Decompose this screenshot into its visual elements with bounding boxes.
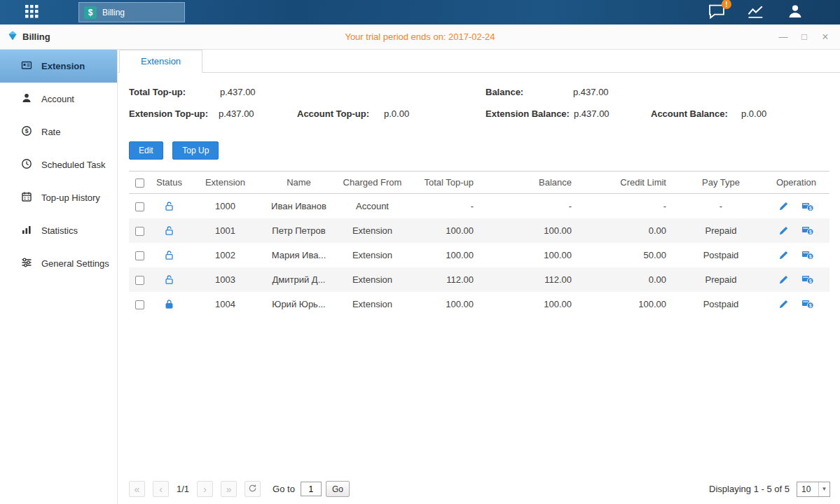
topbar-billing-tab[interactable]: $ Billing	[78, 2, 185, 22]
cell-operation: $	[763, 218, 829, 243]
cell-name: Петр Петров	[262, 218, 336, 243]
table-row: 1000Иван ИвановAccount----$	[129, 194, 829, 218]
svg-text:$: $	[809, 279, 812, 284]
cell-credit-limit: 100.00	[584, 292, 679, 316]
next-page-button[interactable]: ›	[197, 481, 213, 497]
sidebar-item-label: Account	[41, 94, 74, 104]
settings-sliders-icon	[21, 257, 32, 270]
sidebar-item-scheduled-task[interactable]: Scheduled Task	[0, 148, 117, 181]
cell-pay-type: Prepaid	[679, 267, 763, 292]
main-content: Extension Total Top-up: p.437.00 Balance…	[118, 50, 840, 504]
row-checkbox[interactable]	[135, 227, 144, 236]
cell-total-topup: -	[409, 194, 486, 218]
sidebar-item-account[interactable]: Account	[0, 83, 117, 115]
topbar: $ Billing !	[0, 0, 840, 24]
row-checkbox[interactable]	[135, 276, 144, 285]
clock-icon	[21, 158, 32, 172]
header-status: Status	[150, 172, 188, 194]
topup-icon[interactable]: $	[801, 225, 814, 237]
extension-table-body: 1000Иван ИвановAccount----$1001Петр Петр…	[129, 194, 829, 316]
svg-text:$: $	[809, 230, 812, 235]
topup-icon[interactable]: $	[801, 298, 814, 310]
edit-icon[interactable]	[778, 274, 789, 285]
first-page-button[interactable]: «	[129, 481, 145, 497]
rate-dollar-icon: $	[21, 125, 32, 139]
extension-card-icon	[21, 59, 32, 73]
sidebar-item-extension[interactable]: Extension	[0, 50, 117, 83]
statistics-monitor-button[interactable]	[747, 4, 766, 21]
cell-extension: 1003	[188, 267, 262, 292]
row-checkbox[interactable]	[135, 251, 144, 260]
cell-charged-from: Extension	[336, 243, 409, 267]
tab-extension[interactable]: Extension	[119, 50, 202, 73]
row-checkbox[interactable]	[135, 202, 144, 211]
alert-badge: !	[722, 0, 731, 9]
select-all-checkbox[interactable]	[135, 178, 144, 188]
cell-extension: 1000	[188, 194, 262, 218]
prev-page-button[interactable]: ‹	[153, 481, 169, 497]
edit-icon[interactable]	[778, 298, 789, 309]
edit-icon[interactable]	[778, 225, 789, 236]
extension-topup-label: Extension Top-up:	[129, 108, 208, 119]
cell-name: Мария Ива...	[262, 243, 336, 267]
sidebar-item-label: Extension	[41, 61, 85, 71]
sidebar-item-label: Scheduled Task	[41, 160, 106, 170]
cell-credit-limit: 0.00	[584, 267, 679, 292]
svg-text:$: $	[809, 303, 812, 309]
goto-page-input[interactable]	[301, 482, 322, 496]
maximize-icon[interactable]: □	[799, 31, 809, 42]
cell-name: Юрий Юрь...	[262, 292, 336, 316]
cell-operation: $	[763, 267, 829, 292]
total-topup-label: Total Top-up:	[129, 87, 186, 97]
apps-grid-button[interactable]	[25, 5, 39, 20]
cell-balance: 100.00	[486, 243, 584, 267]
window-title: Billing	[22, 31, 50, 42]
header-charged-from: Charged From	[336, 172, 409, 194]
apps-grid-icon	[25, 5, 39, 20]
svg-text:$: $	[25, 127, 29, 134]
page-size-select[interactable]: 10 ▼	[797, 482, 830, 497]
sidebar-item-label: Statistics	[41, 225, 78, 236]
go-button[interactable]: Go	[326, 481, 350, 497]
calendar-history-icon	[21, 191, 32, 204]
minimize-icon[interactable]: —	[778, 31, 788, 42]
close-icon[interactable]: ×	[820, 31, 830, 43]
unlock-icon	[164, 225, 174, 235]
row-checkbox[interactable]	[135, 300, 144, 309]
table-header-row: Status Extension Name Charged From Total…	[129, 172, 829, 194]
edit-button[interactable]: Edit	[129, 141, 163, 160]
topup-icon[interactable]: $	[801, 249, 814, 261]
cell-charged-from: Extension	[336, 267, 409, 292]
window-titlebar: Billing Your trial period ends on: 2017-…	[0, 24, 840, 50]
user-account-button[interactable]	[787, 4, 804, 21]
page-indicator: 1/1	[177, 484, 189, 494]
cell-credit-limit: 50.00	[584, 243, 679, 267]
refresh-button[interactable]	[245, 481, 261, 497]
header-balance: Balance	[486, 172, 584, 194]
cell-credit-limit: 0.00	[584, 218, 679, 243]
extension-table: Status Extension Name Charged From Total…	[129, 171, 829, 316]
sidebar-item-statistics[interactable]: Statistics	[0, 214, 117, 247]
cell-extension: 1004	[188, 292, 262, 316]
account-person-icon	[21, 92, 32, 106]
sidebar-item-general-settings[interactable]: General Settings	[0, 247, 117, 280]
table-row: 1002Мария Ива...Extension100.00100.0050.…	[129, 243, 829, 267]
account-topup-value: p.0.00	[384, 108, 409, 119]
sidebar-item-label: General Settings	[41, 258, 109, 269]
topup-icon[interactable]: $	[801, 274, 814, 286]
sidebar-item-rate[interactable]: $ Rate	[0, 115, 117, 148]
unlock-icon	[164, 274, 174, 284]
messages-button[interactable]: !	[708, 4, 726, 21]
displaying-text: Displaying 1 - 5 of 5	[709, 484, 790, 494]
sidebar-item-topup-history[interactable]: Top-up History	[0, 181, 117, 214]
top-up-button[interactable]: Top Up	[172, 141, 219, 160]
topup-icon[interactable]: $	[801, 200, 814, 212]
last-page-button[interactable]: »	[221, 481, 237, 497]
edit-icon[interactable]	[778, 200, 789, 211]
billing-dollar-icon: $	[84, 6, 97, 19]
edit-icon[interactable]	[778, 249, 789, 260]
cell-total-topup: 100.00	[409, 243, 486, 267]
billing-diamond-icon	[7, 30, 18, 43]
cell-balance: 100.00	[486, 218, 584, 243]
goto-label: Go to	[273, 484, 295, 494]
